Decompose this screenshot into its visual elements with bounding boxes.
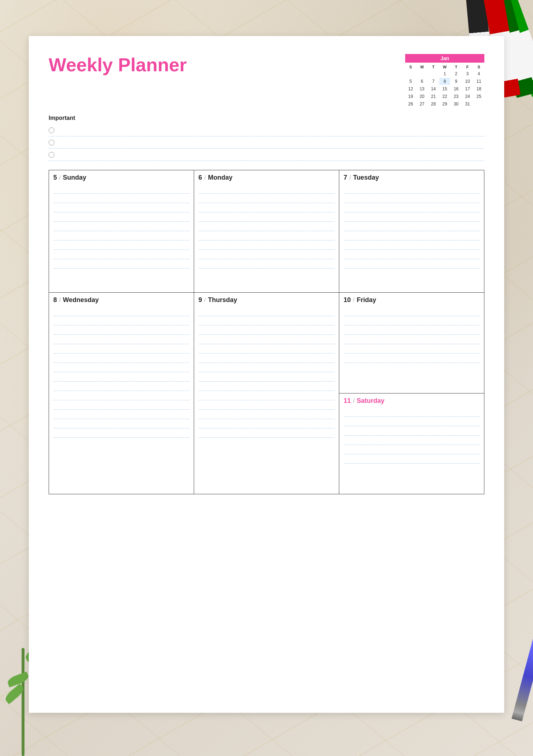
friday-lines[interactable]: [344, 307, 480, 363]
day-cell-tuesday: 7 / Tuesday: [339, 170, 484, 293]
day-cell-monday: 6 / Monday: [194, 170, 339, 293]
friday-slash: /: [353, 297, 354, 303]
tuesday-line-5[interactable]: [344, 222, 480, 231]
checkbox-2[interactable]: [49, 140, 54, 145]
cal-day-empty3: [428, 70, 439, 77]
calendar-month-label: Jan: [440, 55, 449, 61]
cal-header-s2: S: [473, 64, 484, 70]
cal-day-6: 6: [417, 78, 428, 85]
checkbox-3[interactable]: [49, 152, 54, 158]
mini-calendar: Jan S M T W T F S 1 2 3 4 5 6 7 8: [405, 54, 484, 108]
cal-day-16: 16: [451, 85, 462, 93]
important-section: Important: [49, 115, 484, 161]
monday-line-3[interactable]: [198, 203, 335, 212]
friday-header: 10 / Friday: [344, 296, 480, 304]
cal-day-26: 26: [405, 100, 416, 108]
day-cell-sunday: 5 / Sunday: [49, 170, 194, 293]
important-row-3[interactable]: [49, 149, 484, 161]
sunday-line-5[interactable]: [53, 222, 189, 231]
saturday-number: 11: [344, 397, 351, 405]
cal-day-empty4: [473, 100, 484, 108]
sunday-line-9[interactable]: [53, 259, 189, 269]
friday-name: Friday: [357, 296, 376, 304]
tuesday-line-1[interactable]: [344, 184, 480, 194]
monday-line-1[interactable]: [198, 184, 335, 194]
cal-day-31: 31: [462, 100, 473, 108]
sunday-header: 5 / Sunday: [53, 174, 189, 181]
calendar-month-header: Jan: [405, 54, 484, 63]
tuesday-line-8[interactable]: [344, 250, 480, 259]
cal-day-22: 22: [439, 93, 451, 100]
day-cell-thursday: 9 / Thursday: [194, 293, 339, 494]
cal-day-empty1: [405, 70, 416, 77]
sunday-lines[interactable]: [53, 184, 189, 269]
thursday-number: 9: [198, 296, 202, 304]
tuesday-slash: /: [349, 175, 351, 181]
tuesday-name: Tuesday: [353, 174, 379, 181]
monday-line-8[interactable]: [198, 250, 335, 259]
cal-day-15: 15: [439, 85, 451, 93]
sunday-name: Sunday: [63, 174, 86, 181]
wednesday-name: Wednesday: [63, 296, 99, 304]
tuesday-line-4[interactable]: [344, 212, 480, 222]
cal-day-1: 1: [439, 70, 451, 77]
tuesday-line-7[interactable]: [344, 240, 480, 250]
sunday-line-8[interactable]: [53, 250, 189, 259]
monday-line-9[interactable]: [198, 259, 335, 269]
wednesday-lines[interactable]: [53, 307, 189, 438]
saturday-name: Saturday: [357, 397, 384, 405]
friday-saturday-column: 10 / Friday 11 / Saturday: [339, 293, 484, 494]
cal-day-5: 5: [405, 78, 416, 85]
important-row-1[interactable]: [49, 124, 484, 136]
day-cell-wednesday: 8 / Wednesday: [49, 293, 194, 494]
sunday-line-2[interactable]: [53, 194, 189, 203]
cal-header-t1: T: [428, 64, 439, 70]
tuesday-line-2[interactable]: [344, 194, 480, 203]
saturday-lines[interactable]: [344, 408, 480, 464]
cal-day-17: 17: [462, 85, 473, 93]
thursday-slash: /: [204, 297, 206, 303]
monday-line-6[interactable]: [198, 231, 335, 240]
monday-line-7[interactable]: [198, 240, 335, 250]
sunday-line-7[interactable]: [53, 240, 189, 250]
tuesday-lines[interactable]: [344, 184, 480, 269]
sunday-line-3[interactable]: [53, 203, 189, 212]
sunday-line-4[interactable]: [53, 212, 189, 222]
important-label: Important: [49, 115, 484, 121]
monday-line-2[interactable]: [198, 194, 335, 203]
sunday-line-6[interactable]: [53, 231, 189, 240]
tuesday-line-9[interactable]: [344, 259, 480, 269]
planner-paper: Weekly Planner Jan S M T W T F S 1 2 3 4: [29, 36, 504, 713]
cal-day-18: 18: [473, 85, 484, 93]
thursday-name: Thursday: [208, 296, 237, 304]
thursday-lines[interactable]: [198, 307, 335, 438]
monday-number: 6: [198, 174, 202, 181]
wednesday-header: 8 / Wednesday: [53, 296, 189, 304]
cal-day-14: 14: [428, 85, 439, 93]
tuesday-line-3[interactable]: [344, 203, 480, 212]
monday-header: 6 / Monday: [198, 174, 335, 181]
important-row-2[interactable]: [49, 136, 484, 149]
tuesday-line-6[interactable]: [344, 231, 480, 240]
cal-header-w: W: [439, 64, 451, 70]
sunday-line-1[interactable]: [53, 184, 189, 194]
monday-line-4[interactable]: [198, 212, 335, 222]
monday-line-5[interactable]: [198, 222, 335, 231]
cal-day-11: 11: [473, 78, 484, 85]
checkbox-1[interactable]: [49, 127, 54, 133]
cal-day-empty2: [417, 70, 428, 77]
saturday-slash: /: [353, 398, 354, 404]
thursday-header: 9 / Thursday: [198, 296, 335, 304]
sunday-number: 5: [53, 174, 57, 181]
monday-lines[interactable]: [198, 184, 335, 269]
cal-day-9: 9: [451, 78, 462, 85]
tuesday-number: 7: [344, 174, 347, 181]
cal-day-3: 3: [462, 70, 473, 77]
cal-header-m: M: [417, 64, 428, 70]
day-cell-saturday: 11 / Saturday: [339, 393, 484, 494]
cal-day-10: 10: [462, 78, 473, 85]
cal-day-20: 20: [417, 93, 428, 100]
monday-name: Monday: [208, 174, 232, 181]
wednesday-slash: /: [59, 297, 61, 303]
cal-day-13: 13: [417, 85, 428, 93]
